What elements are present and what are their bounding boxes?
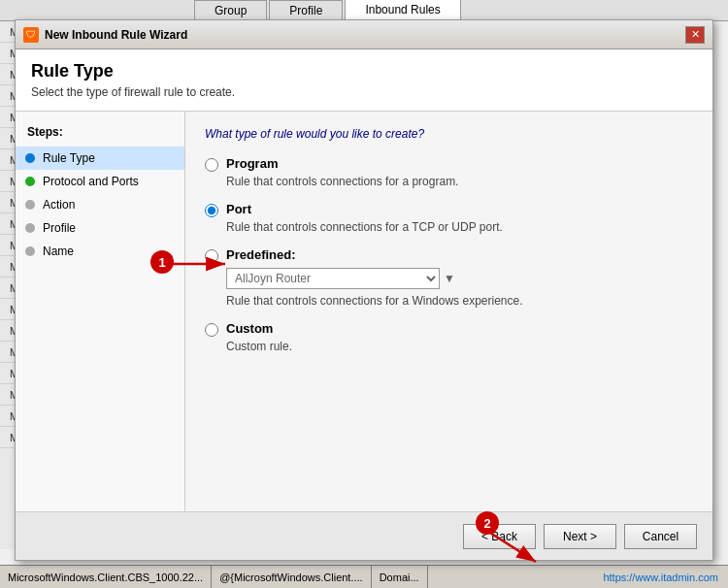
chevron-down-icon: ▼: [444, 272, 455, 285]
steps-panel: Steps: Rule Type Protocol and Ports Acti…: [16, 112, 185, 511]
step-label-rule-type: Rule Type: [43, 151, 95, 165]
step-rule-type[interactable]: Rule Type: [16, 147, 184, 170]
step-dot-protocol-ports: [25, 177, 35, 186]
radio-option-port: Port Rule that controls connections for …: [205, 202, 693, 234]
status-bar: MicrosoftWindows.Client.CBS_1000.22... @…: [0, 565, 728, 588]
radio-port[interactable]: [205, 204, 218, 217]
cancel-button[interactable]: Cancel: [624, 524, 697, 549]
radio-desc-program: Rule that controls connections for a pro…: [226, 175, 458, 188]
dialog-icon: 🛡: [23, 27, 39, 43]
step-name[interactable]: Name: [16, 240, 184, 263]
radio-program[interactable]: [205, 158, 218, 172]
step-label-name: Name: [43, 245, 74, 258]
dialog-footer: < Back Next > Cancel: [16, 511, 712, 560]
step-label-profile: Profile: [43, 221, 76, 235]
dialog-titlebar: 🛡 New Inbound Rule Wizard ✕: [16, 20, 712, 49]
tab-inbound-rules[interactable]: Inbound Rules: [345, 0, 460, 20]
status-item-3: Domai...: [372, 566, 428, 588]
status-item-2: @{MicrosoftWindows.Client....: [212, 566, 372, 588]
radio-label-predefined: Predefined:: [226, 247, 296, 264]
predefined-desc-container: Rule that controls connections for a Win…: [226, 293, 693, 308]
radio-option-program: Program Rule that controls connections f…: [205, 156, 693, 188]
dialog-body: Steps: Rule Type Protocol and Ports Acti…: [16, 112, 712, 511]
radio-label-port: Port: [226, 202, 503, 218]
top-tabs: Group Profile Inbound Rules: [0, 0, 728, 21]
dialog-header: Rule Type Select the type of firewall ru…: [16, 49, 712, 112]
radio-content-custom: Custom Custom rule.: [226, 321, 292, 353]
radio-label-custom: Custom: [226, 321, 292, 338]
shield-icon: 🛡: [26, 29, 36, 40]
dialog-subtitle: Select the type of firewall rule to crea…: [31, 85, 697, 99]
steps-label: Steps:: [16, 121, 184, 147]
radio-option-custom: Custom Custom rule.: [205, 321, 693, 353]
dialog-title: New Inbound Rule Wizard: [45, 28, 685, 42]
step-action[interactable]: Action: [16, 193, 184, 216]
close-button[interactable]: ✕: [685, 26, 705, 44]
dialog-content: Rule Type Select the type of firewall ru…: [16, 49, 712, 560]
status-url: https://www.itadmin.com: [603, 572, 728, 583]
radio-label-program: Program: [226, 156, 458, 173]
tab-group[interactable]: Group: [194, 0, 267, 20]
step-label-protocol-ports: Protocol and Ports: [43, 175, 139, 188]
step-dot-name: [25, 246, 35, 256]
radio-desc-custom: Custom rule.: [226, 340, 292, 353]
radio-group: Program Rule that controls connections f…: [205, 156, 693, 353]
radio-option-predefined: Predefined: AllJoyn Router ▼ Rule that c…: [205, 247, 693, 308]
tab-profile[interactable]: Profile: [269, 0, 343, 20]
radio-custom[interactable]: [205, 323, 218, 337]
status-item-1: MicrosoftWindows.Client.CBS_1000.22...: [0, 566, 212, 588]
wizard-dialog: 🛡 New Inbound Rule Wizard ✕ Rule Type Se…: [15, 19, 713, 561]
step-dot-profile: [25, 223, 35, 233]
radio-content-port: Port Rule that controls connections for …: [226, 202, 503, 234]
back-button[interactable]: < Back: [463, 524, 536, 549]
predefined-dropdown[interactable]: AllJoyn Router: [226, 268, 440, 289]
radio-content-program: Program Rule that controls connections f…: [226, 156, 458, 188]
dialog-main-title: Rule Type: [31, 61, 697, 82]
predefined-header: Predefined:: [205, 247, 693, 264]
next-button[interactable]: Next >: [544, 524, 616, 549]
radio-desc-port: Rule that controls connections for a TCP…: [226, 220, 503, 234]
radio-predefined[interactable]: [205, 249, 218, 263]
step-dot-rule-type: [25, 153, 35, 163]
step-dot-action: [25, 200, 35, 210]
predefined-select-row: AllJoyn Router ▼: [226, 268, 693, 289]
step-protocol-ports[interactable]: Protocol and Ports: [16, 170, 184, 193]
radio-desc-predefined: Rule that controls connections for a Win…: [226, 294, 523, 308]
main-panel: What type of rule would you like to crea…: [185, 112, 712, 511]
step-label-action: Action: [43, 198, 75, 212]
question-text: What type of rule would you like to crea…: [205, 127, 693, 141]
step-profile[interactable]: Profile: [16, 216, 184, 240]
